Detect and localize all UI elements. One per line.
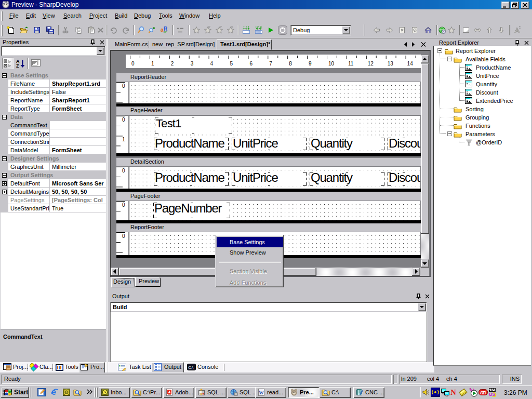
svg-text:C:\: C:\ xyxy=(188,365,194,370)
svg-text:14: 14 xyxy=(407,61,414,66)
svg-text:6: 6 xyxy=(249,61,252,66)
svg-text:Z: Z xyxy=(16,63,19,68)
svg-text:1: 1 xyxy=(122,137,125,142)
svg-text:12: 12 xyxy=(368,61,374,66)
svg-text:9: 9 xyxy=(309,61,312,66)
svg-text:2: 2 xyxy=(171,61,174,66)
svg-text:11: 11 xyxy=(348,61,354,66)
svg-text:10: 10 xyxy=(328,61,335,66)
svg-text:0: 0 xyxy=(122,202,125,208)
svg-text:N: N xyxy=(450,388,456,396)
svg-text:5: 5 xyxy=(230,61,233,66)
svg-text:W: W xyxy=(259,390,264,395)
svg-text:0: 0 xyxy=(122,233,125,239)
svg-text:7: 7 xyxy=(269,61,272,66)
svg-text:0: 0 xyxy=(122,83,125,89)
svg-text:0: 0 xyxy=(122,168,125,174)
svg-text:ATI: ATI xyxy=(480,390,486,395)
svg-text:8: 8 xyxy=(289,61,292,66)
svg-text:0: 0 xyxy=(131,61,135,66)
svg-text:4: 4 xyxy=(210,61,214,66)
svg-text:0: 0 xyxy=(122,117,125,123)
svg-text:R: R xyxy=(164,26,168,32)
svg-text:13: 13 xyxy=(388,61,394,66)
svg-text:3: 3 xyxy=(191,61,194,66)
svg-text:1: 1 xyxy=(151,61,154,66)
